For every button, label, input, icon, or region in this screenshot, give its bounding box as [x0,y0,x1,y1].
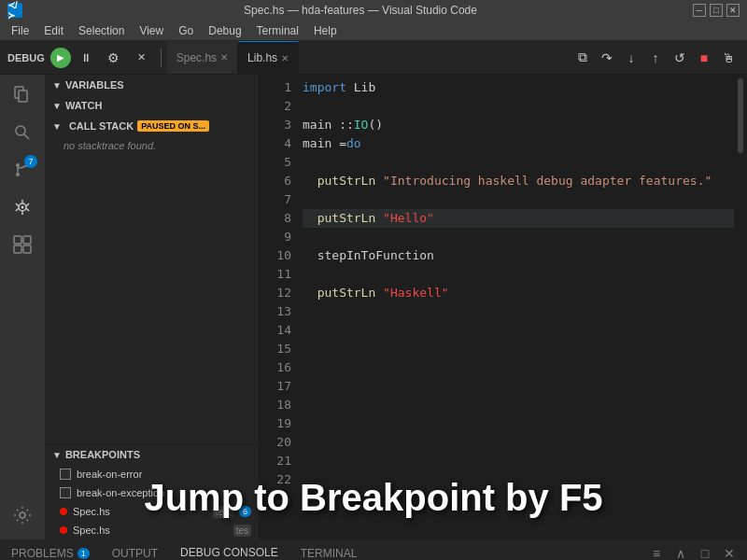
tab-lib-close[interactable]: ✕ [281,53,289,63]
code-line-11 [303,265,734,284]
panel-list-button[interactable]: ≡ [646,543,667,561]
callstack-label: CALL STACK [69,120,134,132]
restart-button[interactable]: ↺ [669,47,691,69]
explorer-icon[interactable] [6,78,39,112]
step-into-button[interactable]: ↓ [620,47,642,69]
panel-close-button[interactable]: ✕ [719,543,740,561]
bp-tag-1: test [213,506,233,518]
extensions-icon[interactable] [6,228,39,261]
svg-line-12 [26,203,29,206]
panel-controls: ≡ ∧ □ ✕ [646,543,747,561]
tab-terminal[interactable]: TERMINAL [289,540,369,560]
app-icon: ≺/≻ [7,3,22,18]
watch-header[interactable]: ▼ WATCH [45,95,259,116]
split-editor-button[interactable]: ⧉ [571,47,594,69]
bp-dot-2 [60,526,67,534]
callstack-arrow: ▼ [52,121,62,132]
tab-problems-badge: 1 [78,548,90,559]
debug-close-button[interactable]: ✕ [129,45,155,71]
code-line-20 [303,433,734,452]
breakpoints-header[interactable]: ▼ BREAKPOINTS [45,444,259,465]
code-area[interactable]: import Lib main :: IO () main = do ● put… [299,75,734,539]
main-layout: 7 [0,75,747,539]
activity-bar: 7 [0,75,45,539]
code-line-14 [303,321,734,340]
menu-terminal[interactable]: Terminal [249,21,306,40]
panel-area: PROBLEMS 1 OUTPUT DEBUG CONSOLE TERMINAL… [0,539,747,560]
source-control-icon[interactable]: 7 [6,153,39,187]
tab-spec-hs[interactable]: Spec.hs ✕ [167,41,238,74]
close-button[interactable]: ✕ [726,4,740,17]
code-line-21 [303,452,734,470]
stop-button[interactable]: ■ [693,47,715,69]
svg-rect-17 [23,236,31,244]
code-line-7 [303,190,734,209]
menu-go[interactable]: Go [171,21,201,40]
svg-line-10 [16,203,19,206]
separator [161,49,162,67]
step-over-button[interactable]: ↷ [596,47,618,69]
bp-name-2: Spec.hs [73,525,228,536]
scrollbar[interactable] [734,75,747,539]
panel-tabs: PROBLEMS 1 OUTPUT DEBUG CONSOLE TERMINAL… [0,540,747,560]
window-title: Spec.hs — hda-features — Visual Studio C… [28,4,693,17]
code-line-4: main = do [303,134,734,153]
menu-selection[interactable]: Selection [71,21,132,40]
menu-file[interactable]: File [4,21,36,40]
menu-bar: File Edit Selection View Go Debug Termin… [0,21,747,41]
tab-problems[interactable]: PROBLEMS 1 [0,540,101,560]
code-line-19 [303,414,734,433]
svg-line-11 [16,208,19,211]
editor-content[interactable]: 12345 678910 1112131415 1617181920 2122 … [260,75,747,539]
variables-section: ▼ VARIABLES [45,75,259,95]
editor-area: 12345 678910 1112131415 1617181920 2122 … [260,75,747,539]
menu-help[interactable]: Help [306,21,345,40]
cursor-icon: 🖱 [717,47,740,69]
tab-output[interactable]: OUTPUT [101,540,169,560]
bp-spec-hs-2: Spec.hs tes [45,521,259,539]
step-out-button[interactable]: ↑ [644,47,667,69]
code-line-8: ● putStrLn "Hello" [303,209,734,228]
window-controls[interactable]: ─ □ ✕ [693,4,740,17]
panel-chevron-up-button[interactable]: ∧ [670,543,691,561]
bp-tag-2: tes [233,525,251,537]
scrollbar-thumb[interactable] [738,78,743,153]
svg-point-5 [16,163,20,167]
svg-point-20 [20,512,25,518]
bp-checkbox-exception[interactable] [60,487,71,498]
tab-lib-label: Lib.hs [247,51,277,64]
code-line-1: import Lib [303,78,734,97]
tab-debug-console-label: DEBUG CONSOLE [180,546,278,559]
menu-edit[interactable]: Edit [36,21,71,40]
callstack-header[interactable]: ▼ CALL STACK PAUSED ON S... [45,116,259,136]
bp-dot-1 [60,508,67,515]
tab-lib-hs[interactable]: Lib.hs ✕ [238,41,299,74]
bp-count-1: 6 [239,506,251,517]
bp-name-1: Spec.hs [73,506,207,517]
debug-pause-button[interactable]: ⏸ [73,45,99,71]
search-icon[interactable] [6,116,39,149]
menu-debug[interactable]: Debug [201,21,248,40]
svg-rect-16 [14,236,21,244]
menu-view[interactable]: View [132,21,171,40]
variables-arrow: ▼ [52,80,62,91]
panel-maximize-button[interactable]: □ [695,543,715,561]
bp-spec-hs-1: Spec.hs test 6 [45,502,259,521]
sidebar: ▼ VARIABLES ▼ WATCH ▼ CALL STACK PAUSED … [45,75,260,539]
code-line-5 [303,153,734,172]
editor-tab-bar: Spec.hs ✕ Lib.hs ✕ ⧉ ↷ ↓ ↑ ↺ ■ 🖱 [167,41,740,74]
tab-debug-console[interactable]: DEBUG CONSOLE [169,540,289,560]
settings-icon[interactable] [6,498,39,532]
debug-label: DEBUG [7,52,45,63]
bp-checkbox-error[interactable] [60,469,71,480]
maximize-button[interactable]: □ [710,4,723,17]
debug-settings-button[interactable]: ⚙ [101,45,127,71]
svg-rect-18 [14,245,21,253]
tab-spec-close[interactable]: ✕ [220,52,228,63]
watch-arrow: ▼ [52,101,62,111]
debug-play-button[interactable]: ▶ [50,48,71,68]
variables-header[interactable]: ▼ VARIABLES [45,75,259,95]
minimize-button[interactable]: ─ [693,4,706,17]
debug-icon[interactable] [6,190,39,224]
bp-label-exception: break-on-exception [77,487,164,498]
